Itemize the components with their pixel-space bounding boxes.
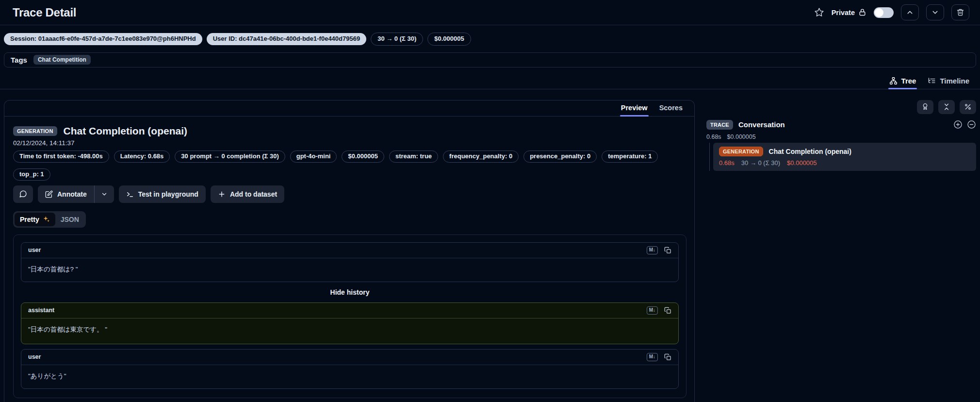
observation-card: Preview Scores GENERATION Chat Completio…: [4, 100, 695, 402]
markdown-toggle-icon[interactable]: M↓: [647, 353, 658, 361]
format-toggle: Pretty JSON: [13, 211, 86, 228]
node-tokens: 30 → 0 (Σ 30): [741, 159, 780, 167]
trace-title: Conversation: [738, 120, 785, 129]
copy-icon[interactable]: [664, 247, 671, 254]
add-to-dataset-button[interactable]: Add to dataset: [211, 185, 284, 203]
plus-circle-icon[interactable]: [953, 120, 963, 129]
tab-tree-label: Tree: [901, 77, 916, 85]
view-tabs: Tree Timeline: [0, 73, 980, 89]
observation-body: GENERATION Chat Completion (openai) 02/1…: [4, 117, 694, 402]
generation-type-badge: GENERATION: [13, 126, 57, 136]
format-json-tab[interactable]: JSON: [55, 213, 84, 226]
metrics-toggle-button[interactable]: [960, 100, 976, 114]
tree-icon: [889, 77, 898, 85]
delete-button[interactable]: [951, 4, 969, 20]
header-actions: Private: [814, 4, 969, 20]
lock-icon: [858, 8, 866, 17]
hide-history-button[interactable]: Hide history: [21, 287, 679, 298]
message-user-2: user M↓ "ありがとう": [21, 349, 679, 389]
markdown-toggle-icon[interactable]: M↓: [647, 246, 658, 254]
percent-icon: [964, 103, 972, 111]
chevrons-collapse-icon: [943, 103, 950, 111]
edit-icon: [45, 190, 53, 198]
tab-scores[interactable]: Scores: [653, 100, 688, 116]
tab-preview[interactable]: Preview: [615, 100, 653, 116]
message-role: assistant: [28, 307, 54, 314]
public-toggle[interactable]: [874, 7, 894, 18]
node-cost: $0.000005: [787, 159, 817, 167]
format-pretty-tab[interactable]: Pretty: [15, 213, 55, 226]
message-role: user: [28, 353, 41, 360]
session-badge[interactable]: Session: 01aaacf6-e0fe-457d-a7de-7c1ee08…: [4, 33, 202, 45]
metric-badges: Time to first token: -498.00s Latency: 0…: [13, 151, 686, 181]
message-content: "日本の首都は東京です。 ": [21, 318, 678, 344]
page-title: Trace Detail: [13, 6, 76, 19]
tag-chip[interactable]: Chat Competition: [33, 55, 91, 65]
trace-cost: $0.000005: [727, 134, 756, 140]
message-content: "ありがとう": [21, 365, 678, 388]
tab-tree[interactable]: Tree: [883, 73, 922, 89]
node-latency: 0.68s: [719, 159, 735, 167]
metric-badge: frequency_penalty: 0: [443, 151, 519, 163]
metric-badge: $0.000005: [342, 151, 384, 163]
tab-timeline-label: Timeline: [940, 77, 969, 85]
message-content: "日本の首都は? ": [21, 258, 678, 282]
chevron-down-icon: [101, 191, 108, 198]
comments-button[interactable]: [13, 185, 33, 203]
token-usage-badge: 30 → 0 (Σ 30): [371, 33, 423, 46]
trace-type-badge: TRACE: [706, 120, 733, 130]
pretty-label: Pretty: [20, 216, 39, 223]
copy-icon[interactable]: [664, 307, 671, 314]
annotate-button[interactable]: Annotate: [38, 185, 94, 203]
copy-icon[interactable]: [664, 353, 671, 361]
award-icon: [921, 103, 929, 111]
nav-down-button[interactable]: [926, 4, 944, 20]
metric-badge: temperature: 1: [602, 151, 658, 163]
timeline-icon: [928, 77, 936, 85]
metric-badge: presence_penalty: 0: [523, 151, 597, 163]
tags-row: Tags Chat Competition: [4, 52, 976, 67]
plus-icon: [218, 190, 226, 198]
minus-circle-icon[interactable]: [967, 120, 976, 129]
observation-timestamp: 02/12/2024, 14:11:37: [13, 139, 686, 147]
user-id-badge[interactable]: User ID: dc47a41e-06bc-400d-bde1-f0e440d…: [207, 33, 367, 45]
tags-label: Tags: [11, 56, 27, 64]
message-role: user: [28, 247, 41, 253]
trace-latency: 0.68s: [706, 134, 721, 140]
scores-toggle-button[interactable]: [917, 100, 933, 114]
annotate-dropdown-button[interactable]: [95, 185, 114, 203]
message-user-1: user M↓ "日本の首都は? ": [21, 242, 679, 282]
nav-up-button[interactable]: [901, 4, 919, 20]
star-icon[interactable]: [814, 7, 824, 17]
annotate-label: Annotate: [57, 190, 87, 198]
node-title: Chat Completion (openai): [769, 148, 851, 155]
metric-badge: stream: true: [389, 151, 438, 163]
metric-badge: Latency: 0.68s: [114, 151, 170, 163]
privacy-status: Private: [832, 8, 866, 17]
markdown-toggle-icon[interactable]: M↓: [647, 306, 658, 315]
observation-title: Chat Completion (openai): [64, 125, 188, 137]
message-assistant: assistant M↓ "日本の首都は東京です。 ": [21, 302, 679, 344]
content-area: Preview Scores GENERATION Chat Completio…: [0, 89, 980, 402]
annotate-split-button: Annotate: [38, 185, 114, 203]
playground-label: Test in playground: [138, 190, 198, 198]
tree-indent: GENERATION Chat Completion (openai) 0.68…: [709, 143, 976, 171]
add-to-dataset-label: Add to dataset: [230, 190, 277, 198]
trace-tree-panel: TRACE Conversation 0.68s $0.000005 GENER…: [706, 100, 976, 171]
collapse-all-button[interactable]: [938, 100, 955, 114]
comment-icon: [19, 190, 27, 198]
panel-tabs: Preview Scores: [4, 100, 694, 117]
trace-stats: 0.68s $0.000005: [706, 134, 976, 140]
action-buttons: Annotate Test in playground: [13, 185, 686, 203]
playground-button[interactable]: Test in playground: [119, 185, 206, 203]
metric-badge: 30 prompt → 0 completion (Σ 30): [175, 151, 285, 163]
node-type-badge: GENERATION: [719, 147, 763, 156]
tree-controls: [706, 100, 976, 114]
page-header: Trace Detail Private: [0, 0, 980, 25]
tab-timeline[interactable]: Timeline: [922, 73, 975, 89]
metric-badge: Time to first token: -498.00s: [13, 151, 109, 163]
generation-node[interactable]: GENERATION Chat Completion (openai) 0.68…: [713, 143, 976, 171]
trace-root-row[interactable]: TRACE Conversation: [706, 120, 976, 130]
messages-container: user M↓ "日本の首都は? " Hide history assistan…: [13, 234, 686, 398]
sparkles-icon: [43, 216, 50, 223]
